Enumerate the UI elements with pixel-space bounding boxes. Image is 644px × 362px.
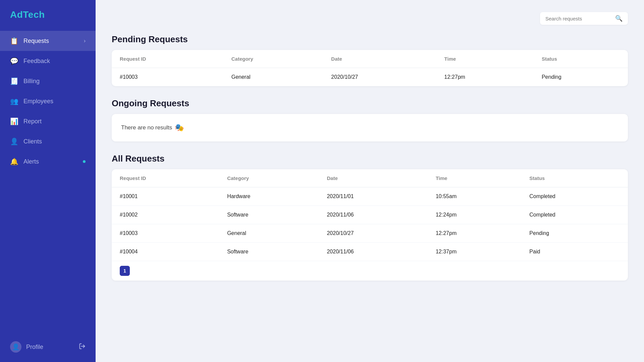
- ongoing-requests-title: Ongoing Requests: [112, 98, 628, 109]
- cell-status: Paid: [521, 243, 628, 261]
- requests-icon: 📋: [10, 37, 18, 45]
- pending-requests-section: Pending Requests Request ID Category Dat…: [112, 34, 628, 86]
- cell-time: 12:27pm: [428, 224, 521, 243]
- ongoing-requests-section: Ongoing Requests There are no results 🎭: [112, 98, 628, 141]
- pending-col-status: Status: [534, 50, 628, 68]
- all-requests-section: All Requests Request ID Category Date Ti…: [112, 154, 628, 281]
- pending-col-category: Category: [223, 50, 323, 68]
- table-row[interactable]: #10004 Software 2020/11/06 12:37pm Paid: [112, 243, 628, 261]
- alerts-icon: 🔔: [10, 158, 18, 166]
- sidebar-label-alerts: Alerts: [23, 158, 77, 165]
- search-bar: 🔍: [540, 12, 628, 25]
- cell-date: 2020/11/06: [319, 206, 427, 224]
- sidebar-item-report[interactable]: 📊 Report: [0, 111, 96, 131]
- cell-id: #10004: [112, 243, 219, 261]
- sidebar-label-clients: Clients: [23, 138, 86, 145]
- feedback-icon: 💬: [10, 57, 18, 65]
- table-row[interactable]: #10003 General 2020/10/27 12:27pm Pendin…: [112, 68, 628, 86]
- all-col-category: Category: [219, 169, 319, 187]
- billing-icon: 🧾: [10, 77, 18, 85]
- table-row[interactable]: #10003 General 2020/10/27 12:27pm Pendin…: [112, 224, 628, 243]
- logout-icon[interactable]: [79, 343, 86, 351]
- pending-col-date: Date: [323, 50, 436, 68]
- app-logo[interactable]: AdTech: [0, 0, 96, 31]
- sidebar-label-report: Report: [23, 118, 86, 125]
- cell-category: Software: [219, 243, 319, 261]
- no-results-emoji: 🎭: [175, 123, 184, 132]
- logo-part2: Tech: [23, 9, 45, 20]
- all-col-date: Date: [319, 169, 427, 187]
- table-row[interactable]: #10001 Hardware 2020/11/01 10:55am Compl…: [112, 187, 628, 206]
- sidebar-label-requests: Requests: [23, 38, 78, 45]
- pending-requests-table: Request ID Category Date Time Status #10…: [112, 50, 628, 86]
- cell-category: General: [223, 68, 323, 86]
- sidebar-nav: 📋 Requests › 💬 Feedback 🧾 Billing 👥 Empl…: [0, 31, 96, 335]
- cell-id: #10002: [112, 206, 219, 224]
- no-results-text: There are no results: [121, 124, 172, 131]
- all-requests-card: Request ID Category Date Time Status #10…: [112, 169, 628, 281]
- sidebar-item-alerts[interactable]: 🔔 Alerts: [0, 152, 96, 172]
- all-col-time: Time: [428, 169, 521, 187]
- pagination: 1: [112, 261, 628, 281]
- all-col-status: Status: [521, 169, 628, 187]
- cell-time: 12:24pm: [428, 206, 521, 224]
- cell-status: Pending: [534, 68, 628, 86]
- requests-arrow-icon: ›: [84, 38, 86, 44]
- cell-status: Pending: [521, 224, 628, 243]
- main-content: 🔍 Pending Requests Request ID Category D…: [96, 0, 644, 362]
- cell-time: 12:27pm: [436, 68, 534, 86]
- all-requests-title: All Requests: [112, 154, 628, 164]
- clients-icon: 👤: [10, 137, 18, 145]
- sidebar-label-feedback: Feedback: [23, 58, 86, 65]
- search-button[interactable]: 🔍: [615, 15, 623, 22]
- cell-id: #10001: [112, 187, 219, 206]
- sidebar: AdTech 📋 Requests › 💬 Feedback 🧾 Billing…: [0, 0, 96, 362]
- cell-status: Completed: [521, 187, 628, 206]
- cell-time: 12:37pm: [428, 243, 521, 261]
- pending-requests-title: Pending Requests: [112, 34, 628, 45]
- no-results-message: There are no results 🎭: [112, 114, 628, 141]
- profile-avatar: 👤: [10, 341, 21, 353]
- cell-status: Completed: [521, 206, 628, 224]
- alerts-dot: [83, 160, 86, 163]
- cell-id: #10003: [112, 68, 223, 86]
- cell-id: #10003: [112, 224, 219, 243]
- sidebar-label-billing: Billing: [23, 78, 86, 85]
- cell-date: 2020/10/27: [323, 68, 436, 86]
- profile-label: Profile: [26, 344, 43, 351]
- cell-date: 2020/11/06: [319, 243, 427, 261]
- pending-col-time: Time: [436, 50, 534, 68]
- report-icon: 📊: [10, 117, 18, 125]
- logo-part1: Ad: [10, 9, 23, 20]
- page-1-button[interactable]: 1: [120, 266, 130, 276]
- sidebar-item-requests[interactable]: 📋 Requests ›: [0, 31, 96, 51]
- sidebar-item-employees[interactable]: 👥 Employees: [0, 91, 96, 111]
- cell-time: 10:55am: [428, 187, 521, 206]
- cell-date: 2020/11/01: [319, 187, 427, 206]
- profile-section[interactable]: 👤 Profile: [0, 335, 96, 362]
- cell-category: Hardware: [219, 187, 319, 206]
- pending-requests-card: Request ID Category Date Time Status #10…: [112, 50, 628, 86]
- cell-category: General: [219, 224, 319, 243]
- sidebar-item-feedback[interactable]: 💬 Feedback: [0, 51, 96, 71]
- all-requests-table: Request ID Category Date Time Status #10…: [112, 169, 628, 261]
- cell-date: 2020/10/27: [319, 224, 427, 243]
- pending-col-id: Request ID: [112, 50, 223, 68]
- sidebar-label-employees: Employees: [23, 98, 86, 105]
- all-col-id: Request ID: [112, 169, 219, 187]
- main-header: 🔍: [112, 12, 628, 25]
- search-input[interactable]: [545, 16, 612, 21]
- sidebar-item-clients[interactable]: 👤 Clients: [0, 131, 96, 152]
- ongoing-requests-card: There are no results 🎭: [112, 114, 628, 141]
- table-row[interactable]: #10002 Software 2020/11/06 12:24pm Compl…: [112, 206, 628, 224]
- sidebar-item-billing[interactable]: 🧾 Billing: [0, 71, 96, 91]
- cell-category: Software: [219, 206, 319, 224]
- employees-icon: 👥: [10, 97, 18, 105]
